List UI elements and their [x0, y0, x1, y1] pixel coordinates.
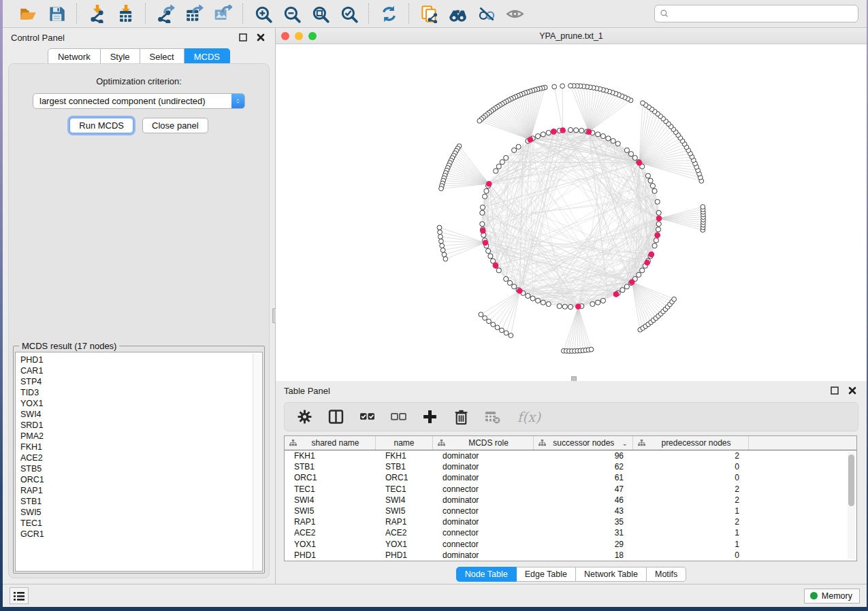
mcds-result-item[interactable]: SRD1	[20, 420, 262, 431]
mcds-result-item[interactable]: RAP1	[20, 485, 262, 496]
toolbar-group	[8, 3, 76, 24]
toolbar-group	[409, 3, 534, 24]
export-image-button[interactable]	[212, 3, 233, 24]
hide-details-button[interactable]	[476, 3, 496, 24]
column-header-shared-name[interactable]: shared name	[285, 436, 376, 450]
gear-button[interactable]	[295, 408, 313, 426]
column-header-successor-nodes[interactable]: successor nodes⌄	[534, 436, 633, 450]
export-table-button[interactable]	[184, 3, 204, 24]
tab-edge-table[interactable]: Edge Table	[517, 567, 576, 582]
table-cell: 2	[633, 484, 749, 494]
zoom-in-button[interactable]	[253, 3, 273, 24]
refresh-layout-button[interactable]	[379, 3, 399, 24]
export-network-icon	[157, 5, 175, 23]
table-cell: ACE2	[285, 528, 376, 538]
mcds-result-item[interactable]: PHD1	[20, 354, 262, 365]
task-history-button[interactable]	[10, 587, 29, 604]
mcds-result-scrollbar[interactable]	[253, 353, 261, 570]
refresh-layout-icon	[380, 5, 398, 23]
deselect-all-icon	[391, 409, 406, 425]
mcds-result-item[interactable]: FKH1	[20, 442, 262, 452]
tab-network-table[interactable]: Network Table	[576, 567, 647, 582]
close-table-panel-icon[interactable]	[846, 384, 858, 397]
search-box[interactable]	[654, 5, 858, 22]
table-row[interactable]: YOX1YOX1connector291	[285, 539, 856, 550]
zoom-fit-button[interactable]	[310, 3, 330, 24]
mcds-result-item[interactable]: ORC1	[20, 474, 262, 485]
table-cell: RAP1	[285, 517, 376, 527]
table-row[interactable]: TEC1TEC1connector472	[285, 484, 856, 495]
mcds-result-item[interactable]: CAR1	[20, 365, 262, 376]
search-network-button[interactable]	[447, 3, 468, 24]
import-table-button[interactable]	[115, 3, 135, 24]
control-panel: Control Panel NetworkStyleSelectMCDS Opt…	[3, 28, 276, 584]
mcds-result-item[interactable]: TEC1	[20, 518, 262, 529]
mcds-result-item[interactable]: YOX1	[20, 398, 262, 409]
mcds-result-item[interactable]: STP4	[20, 376, 262, 387]
search-input[interactable]	[673, 9, 853, 18]
close-panel-icon[interactable]	[255, 31, 267, 44]
zoom-out-button[interactable]	[281, 3, 302, 24]
mcds-result-item[interactable]: PMA2	[20, 431, 262, 442]
node-table-body: FKH1FKH1dominator962STB1STB1dominator620…	[285, 450, 856, 561]
table-toolbar: f(x)	[284, 402, 858, 431]
table-row[interactable]: FKH1FKH1dominator962	[285, 450, 856, 461]
delete-icon	[453, 409, 469, 425]
float-panel-icon[interactable]	[237, 31, 249, 44]
selected-criterion: largest connected component (undirected)	[39, 96, 231, 106]
table-cell: TEC1	[376, 484, 433, 494]
table-row[interactable]: PHD1PHD1dominator180	[285, 550, 856, 561]
select-all-button[interactable]	[358, 408, 376, 426]
network-graph[interactable]	[276, 44, 867, 380]
table-scrollbar[interactable]	[848, 452, 855, 559]
table-cell: 2	[633, 495, 749, 505]
table-row[interactable]: SWI5SWI5connector431	[285, 506, 856, 516]
optimization-criterion-select[interactable]: largest connected component (undirected)	[33, 93, 245, 109]
network-view[interactable]	[276, 44, 867, 380]
zoom-selected-button[interactable]	[338, 3, 359, 24]
table-row[interactable]: SWI4SWI4dominator462	[285, 495, 856, 506]
column-header-predecessor-nodes[interactable]: predecessor nodes	[633, 436, 749, 450]
table-cell: 43	[534, 506, 633, 516]
mcds-result-item[interactable]: TID3	[20, 387, 262, 398]
export-network-button[interactable]	[155, 3, 176, 24]
open-file-icon	[19, 5, 37, 23]
add-column-button[interactable]	[421, 408, 438, 426]
tab-node-table[interactable]: Node Table	[456, 567, 517, 582]
table-cell: dominator	[433, 451, 534, 461]
close-panel-button[interactable]: Close panel	[142, 118, 208, 133]
run-mcds-button[interactable]: Run MCDS	[69, 118, 133, 133]
mcds-result-item[interactable]: GCR1	[20, 529, 262, 540]
tab-motifs[interactable]: Motifs	[647, 567, 686, 582]
column-header-name[interactable]: name	[376, 436, 433, 450]
save-session-button[interactable]	[46, 3, 67, 24]
import-network-button[interactable]	[86, 3, 107, 24]
table-row[interactable]: STB1STB1dominator620	[285, 461, 856, 472]
memory-button[interactable]: Memory	[804, 589, 860, 604]
deselect-all-button[interactable]	[389, 408, 407, 426]
table-cell: FKH1	[376, 451, 433, 461]
table-cell: 31	[534, 528, 633, 538]
columns-button[interactable]	[327, 408, 344, 426]
mcds-result-item[interactable]: STB1	[20, 496, 262, 507]
share-document-button[interactable]	[419, 3, 439, 24]
table-cell: dominator	[433, 473, 534, 482]
table-row[interactable]: RAP1RAP1dominator352	[285, 516, 856, 527]
mcds-result-item[interactable]: STB5	[20, 463, 262, 474]
mcds-result-item[interactable]: SWI5	[20, 507, 262, 518]
open-file-button[interactable]	[18, 3, 38, 24]
status-bar: Memory	[3, 584, 867, 607]
show-details-button[interactable]	[504, 3, 525, 24]
table-row[interactable]: ACE2ACE2connector311	[285, 527, 856, 538]
zoom-in-icon	[254, 5, 272, 23]
mcds-result-list[interactable]: PHD1CAR1STP4TID3YOX1SWI4SRD1PMA2FKH1ACE2…	[15, 352, 263, 572]
node-table[interactable]: shared namenameMCDS rolesuccessor nodes⌄…	[284, 435, 857, 561]
table-row[interactable]: ORC1ORC1dominator610	[285, 472, 856, 483]
table-cell: dominator	[433, 495, 534, 505]
float-table-panel-icon[interactable]	[829, 384, 841, 397]
mcds-result-item[interactable]: SWI4	[20, 409, 262, 420]
column-header-MCDS-role[interactable]: MCDS role	[433, 436, 534, 450]
mcds-result-item[interactable]: ACE2	[20, 452, 262, 463]
delete-button[interactable]	[452, 408, 470, 426]
table-scrollbar-thumb[interactable]	[848, 455, 854, 506]
